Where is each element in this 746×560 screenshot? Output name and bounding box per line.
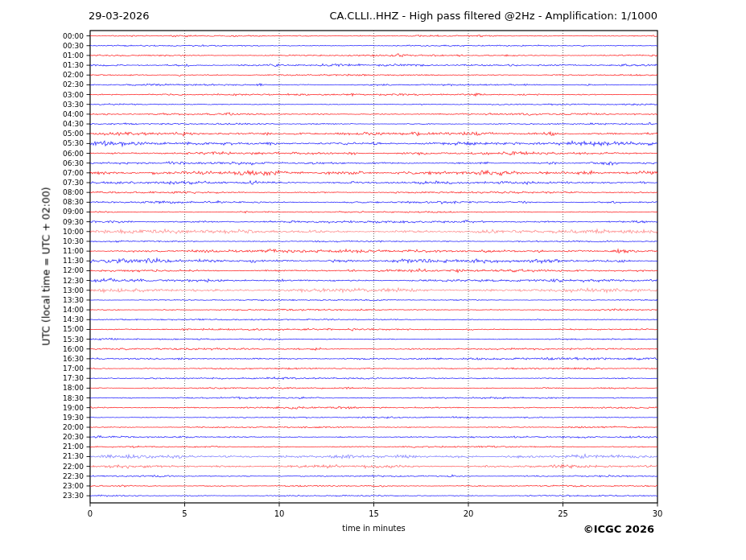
y-tick-label: 22:30 — [48, 472, 84, 480]
y-tick-label: 18:30 — [48, 394, 84, 402]
y-tick-label: 23:30 — [48, 492, 84, 500]
x-tick-label: 0 — [74, 509, 106, 518]
y-tick-label: 14:30 — [48, 315, 84, 323]
y-tick-label: 19:30 — [48, 414, 84, 422]
y-tick-label: 01:30 — [48, 61, 84, 69]
y-tick-label: 12:00 — [48, 266, 84, 274]
y-tick-label: 11:30 — [48, 257, 84, 265]
x-tick-label: 15 — [358, 509, 390, 518]
y-tick-label: 15:00 — [48, 325, 84, 333]
y-tick-label: 20:00 — [48, 423, 84, 431]
x-tick-label: 20 — [452, 509, 484, 518]
y-tick-label: 04:00 — [48, 110, 84, 118]
y-tick-label: 05:00 — [48, 130, 84, 138]
plot-title: CA.CLLI..HHZ - High pass filtered @2Hz -… — [329, 10, 657, 22]
y-tick-label: 09:00 — [48, 208, 84, 216]
y-tick-label: 05:30 — [48, 139, 84, 147]
y-tick-label: 17:30 — [48, 374, 84, 382]
y-tick-label: 20:30 — [48, 433, 84, 441]
y-tick-label: 02:00 — [48, 71, 84, 79]
y-tick-label: 03:00 — [48, 91, 84, 99]
y-tick-label: 09:30 — [48, 218, 84, 226]
y-tick-label: 02:30 — [48, 80, 84, 89]
y-tick-label: 10:30 — [48, 237, 84, 245]
date-label: 29-03-2026 — [89, 10, 150, 22]
y-tick-label: 04:30 — [48, 120, 84, 128]
y-tick-label: 00:00 — [48, 32, 84, 40]
y-tick-label: 06:30 — [48, 159, 84, 167]
y-tick-label: 01:00 — [48, 51, 84, 60]
helicorder-page: 29-03-2026 CA.CLLI..HHZ - High pass filt… — [0, 0, 746, 560]
y-tick-label: 17:00 — [48, 364, 84, 373]
y-tick-label: 06:00 — [48, 150, 84, 158]
y-tick-label: 22:00 — [48, 463, 84, 471]
y-tick-label: 07:00 — [48, 169, 84, 177]
y-tick-label: 00:30 — [48, 42, 84, 50]
y-tick-label: 21:00 — [48, 443, 84, 451]
y-tick-label: 18:00 — [48, 384, 84, 392]
y-tick-label: 08:30 — [48, 198, 84, 206]
y-tick-label: 13:30 — [48, 296, 84, 304]
copyright-label: ©ICGC 2026 — [583, 523, 654, 535]
y-tick-label: 10:00 — [48, 228, 84, 236]
y-tick-label: 14:00 — [48, 306, 84, 314]
y-tick-label: 15:30 — [48, 336, 84, 344]
y-tick-label: 21:30 — [48, 452, 84, 460]
y-tick-label: 03:30 — [48, 101, 84, 109]
y-tick-label: 23:00 — [48, 482, 84, 490]
y-tick-label: 13:00 — [48, 286, 84, 294]
x-tick-label: 5 — [169, 509, 201, 518]
y-tick-label: 08:00 — [48, 188, 84, 196]
x-tick-label: 30 — [641, 509, 674, 518]
y-tick-label: 16:30 — [48, 355, 84, 363]
y-tick-label: 07:30 — [48, 179, 84, 187]
y-tick-label: 11:00 — [48, 247, 84, 255]
y-tick-label: 12:30 — [48, 277, 84, 285]
helicorder-canvas — [0, 0, 746, 560]
y-tick-label: 16:00 — [48, 345, 84, 353]
x-axis-label: time in minutes — [317, 524, 431, 533]
y-tick-label: 19:00 — [48, 404, 84, 412]
x-tick-label: 10 — [263, 509, 295, 518]
x-tick-label: 25 — [547, 509, 579, 518]
